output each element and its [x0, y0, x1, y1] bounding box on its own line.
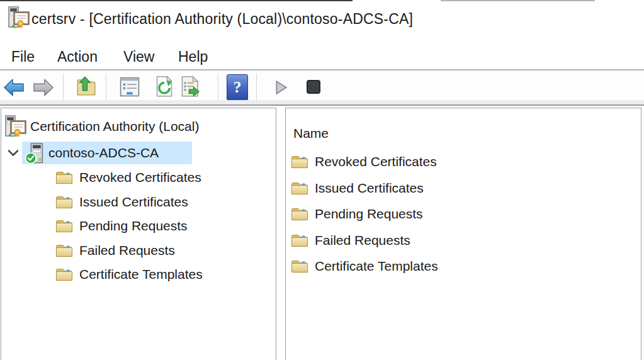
forward-button[interactable]: [33, 78, 54, 97]
certification-authority-app-icon: [8, 6, 30, 30]
toolbar-separator: [106, 74, 106, 101]
folder-icon: [291, 233, 308, 248]
menu-bar: File Action View Help: [0, 44, 644, 69]
list-item-revoked-certificates[interactable]: Revoked Certificates: [286, 150, 641, 174]
list-item-pending-requests[interactable]: Pending Requests: [286, 202, 641, 226]
stop-icon: [307, 80, 320, 94]
tree-node-pending-requests[interactable]: Pending Requests: [1, 214, 276, 238]
export-list-button[interactable]: [180, 76, 201, 98]
play-icon: [274, 80, 288, 95]
tree-node-contoso-adcs-ca[interactable]: contoso-ADCS-CA: [1, 142, 276, 164]
list-item-label: Failed Requests: [315, 228, 410, 252]
export-list-icon: [180, 76, 201, 98]
tree-node-revoked-certificates[interactable]: Revoked Certificates: [1, 166, 276, 189]
back-button[interactable]: [3, 78, 25, 97]
folder-icon: [55, 267, 73, 282]
tree-node-certification-authority[interactable]: Certification Authority (Local): [1, 113, 276, 140]
folder-icon: [291, 154, 308, 169]
results-list-panel: Name Revoked Certificates Issued Certifi…: [285, 108, 641, 360]
tree-node-certificate-templates[interactable]: Certificate Templates: [1, 262, 276, 286]
tree-node-label: Failed Requests: [79, 239, 175, 262]
toolbar: ?: [0, 70, 644, 100]
help-icon: ?: [234, 78, 242, 97]
menu-file[interactable]: File: [11, 44, 35, 69]
forward-arrow-icon: [33, 78, 54, 97]
up-one-level-folder-icon: [76, 75, 96, 96]
refresh-button[interactable]: [155, 76, 174, 98]
console-window-icon: [120, 77, 140, 97]
toolbar-separator: [63, 74, 64, 101]
window-title: certsrv - [Certification Authority (Loca…: [31, 11, 413, 28]
tree-node-label: Certification Authority (Local): [30, 113, 199, 140]
folder-icon: [291, 206, 308, 222]
tree-node-label: Certificate Templates: [79, 262, 203, 286]
tree-node-label: contoso-ADCS-CA: [48, 142, 159, 164]
toolbar-bottom-line: [0, 104, 644, 106]
tree-node-label: Issued Certificates: [79, 190, 188, 214]
tree-node-label: Pending Requests: [79, 214, 188, 238]
up-one-level-button[interactable]: [76, 75, 96, 96]
toolbar-bottom-strip: [0, 100, 644, 104]
menu-view[interactable]: View: [123, 44, 154, 69]
list-item-label: Certificate Templates: [315, 254, 438, 278]
window-top-edge: [0, 0, 353, 1]
tree-node-label: Revoked Certificates: [79, 166, 201, 189]
list-item-label: Pending Requests: [315, 202, 423, 226]
list-item-label: Issued Certificates: [315, 176, 424, 200]
show-hide-console-tree-button[interactable]: [120, 77, 140, 97]
start-service-button[interactable]: [274, 80, 288, 95]
folder-icon: [55, 194, 73, 210]
list-item-label: Revoked Certificates: [315, 150, 437, 174]
stop-service-button[interactable]: [307, 80, 320, 94]
refresh-icon: [155, 76, 174, 98]
list-item-certificate-templates[interactable]: Certificate Templates: [286, 254, 641, 278]
chevron-down-icon[interactable]: [7, 149, 20, 158]
tree-node-issued-certificates[interactable]: Issued Certificates: [1, 190, 276, 214]
folder-icon: [55, 218, 73, 233]
menu-help[interactable]: Help: [178, 44, 208, 69]
window-top-edge-right: [441, 0, 595, 1]
column-header-name[interactable]: Name: [293, 122, 329, 145]
certification-authority-icon: [5, 115, 26, 139]
help-button[interactable]: ?: [227, 74, 248, 101]
folder-icon: [291, 181, 308, 196]
toolbar-separator: [218, 74, 218, 101]
menu-action[interactable]: Action: [57, 44, 98, 69]
toolbar-separator: [256, 74, 257, 101]
list-item-issued-certificates[interactable]: Issued Certificates: [286, 176, 641, 200]
folder-icon: [55, 170, 73, 185]
tree-node-failed-requests[interactable]: Failed Requests: [1, 239, 276, 262]
back-arrow-icon: [3, 78, 25, 97]
folder-icon: [55, 243, 73, 258]
console-tree-panel: Certification Authority (Local) contoso-…: [1, 108, 276, 360]
folder-icon: [291, 259, 308, 274]
list-item-failed-requests[interactable]: Failed Requests: [286, 228, 641, 252]
ca-server-icon: [25, 143, 43, 164]
